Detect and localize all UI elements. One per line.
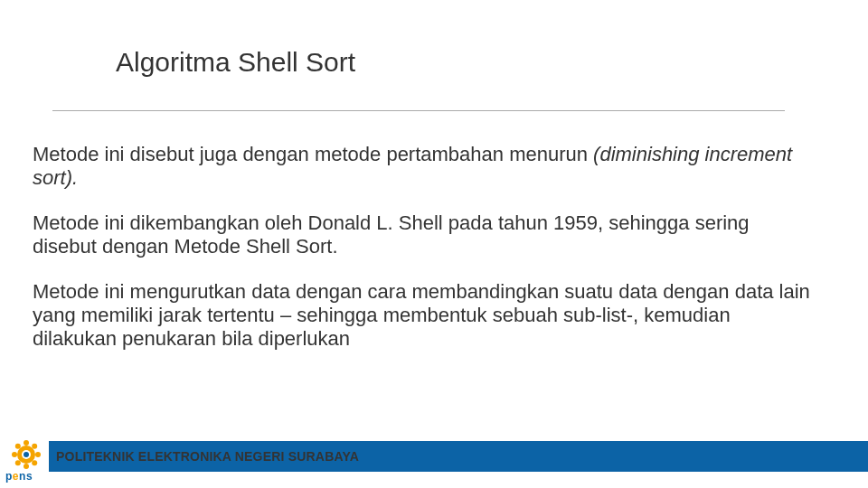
title-underline <box>52 110 785 111</box>
svg-point-6 <box>32 444 37 449</box>
svg-point-3 <box>12 452 17 457</box>
paragraph-1: Metode ini disebut juga dengan metode pe… <box>33 143 814 190</box>
footer-text: POLITEKNIK ELEKTRONIKA NEGERI SURABAYA <box>56 449 359 464</box>
paragraph-2: Metode ini dikembangkan oleh Donald L. S… <box>33 211 814 258</box>
svg-point-2 <box>24 464 29 469</box>
svg-point-7 <box>15 460 21 465</box>
logo-letter-e: e <box>13 470 19 483</box>
logo-letter-s: s <box>26 470 33 483</box>
svg-point-1 <box>24 440 29 446</box>
svg-point-10 <box>24 452 29 457</box>
footer-bar: POLITEKNIK ELEKTRONIKA NEGERI SURABAYA <box>49 441 868 472</box>
gear-icon <box>11 439 42 470</box>
paragraph-3: Metode ini mengurutkan data dengan cara … <box>33 280 814 351</box>
logo-letter-n: n <box>19 470 26 483</box>
svg-point-5 <box>15 444 21 449</box>
pens-logo-text: pens <box>5 470 33 483</box>
logo-letter-p: p <box>5 470 13 483</box>
paragraph-1-plain: Metode ini disebut juga dengan metode pe… <box>33 143 593 165</box>
svg-point-8 <box>32 460 37 465</box>
svg-point-4 <box>35 452 41 457</box>
slide-title: Algoritma Shell Sort <box>116 47 355 78</box>
pens-logo: pens <box>5 439 49 483</box>
